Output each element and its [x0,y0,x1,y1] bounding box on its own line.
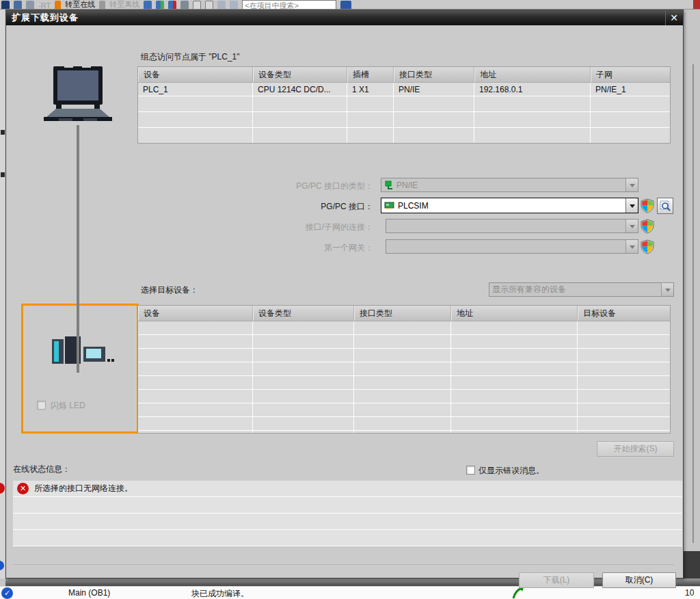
compile-message: 块已成功编译。 [191,588,249,599]
window-horizontal-icon[interactable] [205,1,213,10]
print-icon[interactable] [26,1,34,10]
nodes-table-header: 设备 设备类型 插槽 接口类型 地址 子网 [137,66,671,83]
target-devices-table: 设备 设备类型 接口类型 地址 目标设备 [137,305,671,434]
reset-layout-icon[interactable] [230,1,238,10]
copy-icon[interactable] [14,1,22,10]
pgpc-interface-label: PG/PC 接口： [239,201,373,213]
connection-line [77,125,79,373]
error-icon-fragment [0,483,5,494]
plcsim-adapter-icon [384,202,395,210]
project-search-input[interactable] [242,0,336,10]
pgpc-interface-value: PLCSIM [398,201,429,211]
select-target-label: 选择目标设备： [141,284,198,296]
dialog-body: 组态访问节点属于 "PLC_1" 设备 设备类型 插槽 接口类型 地址 子网 P… [6,25,683,578]
empty-cell [138,96,253,143]
diagnostics-icon[interactable] [144,1,152,10]
pnie-icon [384,181,394,190]
cell-interface-type: PN/IE [394,83,474,96]
col-header-device-type[interactable]: 设备类型 [253,306,354,321]
dropdown-arrow [625,178,638,191]
error-icon: ✕ [17,483,29,494]
col-header-interface-type[interactable]: 接口类型 [354,306,451,321]
pgpc-interface-combo[interactable]: PLCSIM [381,198,638,213]
tree-icon-fragment [1,172,5,177]
compile-result-row[interactable]: ✓ Main (OB1) 块已成功编译。 10 [0,586,700,599]
col-header-target-device[interactable]: 目标设备 [578,306,670,321]
subnet-connection-label: 接口/子网的连接： [239,222,373,233]
dialog-title: 扩展下载到设备 [12,12,79,24]
col-header-device[interactable]: 设备 [138,306,253,321]
empty-cell [451,321,578,433]
only-errors-label[interactable]: 仅显示错误消息。 [479,465,544,477]
stop-simulation-icon[interactable] [168,1,176,10]
background-right-strip: 时间 10 [684,10,700,578]
empty-cell [354,321,451,433]
save-project-icon[interactable] [1,1,10,10]
dropdown-arrow[interactable] [625,198,638,213]
background-left-strip [0,10,5,578]
start-simulation-icon[interactable] [156,1,164,10]
pgpc-type-label: PG/PC 接口的类型： [239,181,373,192]
online-status-label: 在线状态信息： [13,464,70,475]
empty-cell [138,321,253,433]
tree-icon-fragment [1,130,5,135]
subnet-connection-combo [386,219,638,233]
pane-dark-edge [684,551,700,578]
cell-device-type: CPU 1214C DC/D... [253,83,347,96]
security-shield-icon [640,219,655,234]
search-interface-button[interactable] [657,198,673,214]
check-icon-fragment [0,561,4,570]
empty-cell [253,321,354,433]
cell-slot: 1 X1 [347,83,394,96]
first-gateway-label: 第一个网关： [239,242,373,254]
empty-cell [394,96,474,143]
go-offline-label[interactable]: 转至离线 [109,0,139,10]
titlebar-corner-icon [693,0,700,9]
dropdown-arrow [625,240,638,253]
pane-border [692,64,694,543]
footer-divider [13,564,674,565]
dialog-titlebar[interactable]: 扩展下载到设备 ✕ [6,10,683,25]
start-search-button: 开始搜索(S) [597,441,674,457]
dropdown-arrow [625,219,638,232]
app-toolbar: -RT 转至在线 转至离线 [0,0,700,10]
table-row[interactable]: PLC_1 CPU 1214C DC/D... 1 X1 PN/IE 192.1… [137,83,671,96]
col-header-slot[interactable]: 插槽 [347,67,394,82]
target-table-header: 设备 设备类型 接口类型 地址 目标设备 [137,305,671,321]
empty-cell [474,96,591,143]
compile-block-name: Main (OB1) [68,588,110,598]
go-online-label[interactable]: 转至在线 [65,0,95,10]
device-filter-value: 显示所有兼容的设备 [492,284,566,295]
device-filter-combo: 显示所有兼容的设备 [489,282,674,297]
flash-led-checkbox [37,401,46,410]
magnifier-icon [660,200,671,211]
success-check-icon: ✓ [1,587,13,599]
window-split-icon[interactable] [193,1,201,10]
col-header-device[interactable]: 设备 [138,67,253,82]
col-header-address[interactable]: 地址 [451,306,578,321]
access-nodes-label: 组态访问节点属于 "PLC_1" [141,51,240,63]
col-header-subnet[interactable]: 子网 [591,67,670,82]
col-header-interface-type[interactable]: 接口类型 [394,67,474,82]
only-errors-checkbox[interactable] [466,466,475,475]
toolbar-extra-icon[interactable] [340,1,351,10]
go-offline-icon[interactable] [99,1,105,10]
close-icon[interactable]: ✕ [665,10,683,25]
empty-cell [347,96,394,143]
security-shield-icon [640,239,655,254]
plc-device-icon [51,336,116,369]
cross-references-icon[interactable] [180,1,189,10]
target-device-highlight-box: 闪烁 LED [21,304,139,434]
cancel-button[interactable]: 取消(C) [602,572,676,588]
col-header-device-type[interactable]: 设备类型 [253,67,347,82]
empty-cell [253,96,347,143]
go-online-icon[interactable] [55,1,61,10]
status-error-message: 所选择的接口无网络连接。 [34,483,133,494]
col-header-address[interactable]: 地址 [474,67,591,82]
library-icon[interactable] [217,1,226,10]
pg-laptop-icon [38,65,117,125]
empty-cell [591,96,670,143]
pgpc-type-value: PN/IE [396,181,418,190]
cell-address: 192.168.0.1 [474,83,591,96]
compile-count: 10 [685,588,694,598]
